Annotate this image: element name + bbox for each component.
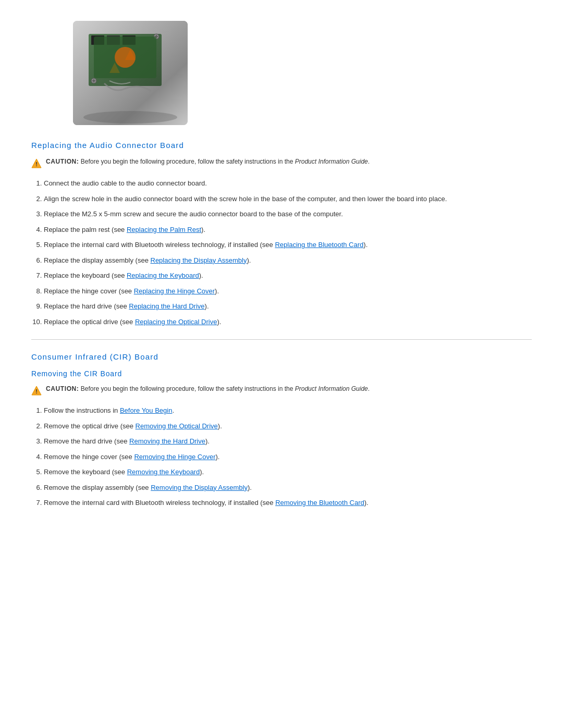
- link-removing-optical-drive[interactable]: Removing the Optical Drive: [136, 422, 218, 430]
- link-removing-display-assembly[interactable]: Removing the Display Assembly: [151, 484, 248, 491]
- replacing-step-4: Replace the palm rest (see Replacing the…: [44, 225, 532, 235]
- cir-step-7: Remove the internal card with Bluetooth …: [44, 498, 532, 508]
- replacing-step-3: Replace the M2.5 x 5-mm screw and secure…: [44, 209, 532, 219]
- replacing-steps-list: Connect the audio cable to the audio con…: [31, 178, 532, 327]
- section-divider: [31, 339, 532, 340]
- replacing-caution-text: CAUTION: Before you begin the following …: [46, 158, 370, 165]
- cir-step-5: Remove the keyboard (see Removing the Ke…: [44, 467, 532, 477]
- svg-text:!: !: [35, 388, 38, 394]
- cir-steps-list: Follow the instructions in Before You Be…: [31, 405, 532, 508]
- link-replacing-optical-drive[interactable]: Replacing the Optical Drive: [135, 318, 217, 326]
- replacing-step-6: Replace the display assembly (see Replac…: [44, 255, 532, 266]
- svg-rect-2: [89, 34, 162, 86]
- caution-label: CAUTION:: [46, 158, 79, 165]
- replacing-step-10: Replace the optical drive (see Replacing…: [44, 317, 532, 327]
- replacing-step-7: Replace the keyboard (see Replacing the …: [44, 270, 532, 281]
- replacing-step-1: Connect the audio cable to the audio con…: [44, 178, 532, 189]
- link-replacing-palm-rest[interactable]: Replacing the Palm Rest: [127, 226, 201, 233]
- cir-caution-box: ! CAUTION: Before you begin the followin…: [31, 385, 532, 396]
- link-removing-keyboard[interactable]: Removing the Keyboard: [127, 468, 200, 476]
- cir-step-2: Remove the optical drive (see Removing t…: [44, 421, 532, 431]
- cir-caution-label: CAUTION:: [46, 385, 79, 392]
- replacing-section: Replacing the Audio Connector Board ! CA…: [31, 141, 532, 327]
- removing-cir-heading: Removing the CIR Board: [31, 369, 532, 378]
- link-before-you-begin[interactable]: Before You Begin: [120, 406, 172, 414]
- cir-heading: Consumer Infrared (CIR) Board: [31, 352, 532, 361]
- replacing-step-5: Replace the internal card with Bluetooth…: [44, 240, 532, 250]
- cir-product-guide-ref: Product Information Guide: [295, 385, 368, 392]
- hardware-image-container: [31, 21, 532, 125]
- svg-text:!: !: [35, 161, 38, 167]
- cir-step-3: Remove the hard drive (see Removing the …: [44, 436, 532, 447]
- link-removing-hard-drive[interactable]: Removing the Hard Drive: [129, 437, 205, 445]
- cir-section: Consumer Infrared (CIR) Board Removing t…: [31, 352, 532, 508]
- replacing-caution-box: ! CAUTION: Before you begin the followin…: [31, 158, 532, 169]
- svg-point-1: [83, 111, 177, 124]
- svg-marker-7: [109, 63, 120, 73]
- replacing-heading: Replacing the Audio Connector Board: [31, 141, 532, 150]
- svg-rect-5: [123, 35, 136, 45]
- replacing-step-8: Replace the hinge cover (see Replacing t…: [44, 286, 532, 297]
- replacing-step-9: Replace the hard drive (see Replacing th…: [44, 301, 532, 312]
- svg-marker-6: [125, 50, 136, 60]
- product-guide-ref: Product Information Guide: [295, 158, 368, 165]
- link-replacing-display-assembly[interactable]: Replacing the Display Assembly: [151, 256, 247, 264]
- replacing-step-2: Align the screw hole in the audio connec…: [44, 194, 532, 204]
- cir-step-4: Remove the hinge cover (see Removing the…: [44, 452, 532, 462]
- cir-caution-text: CAUTION: Before you begin the following …: [46, 385, 370, 392]
- cir-step-6: Remove the display assembly (see Removin…: [44, 483, 532, 493]
- svg-rect-4: [107, 35, 120, 45]
- hardware-image: [73, 21, 188, 125]
- link-replacing-bluetooth-card[interactable]: Replacing the Bluetooth Card: [275, 241, 363, 249]
- link-removing-hinge-cover[interactable]: Removing the Hinge Cover: [134, 453, 215, 461]
- link-replacing-hinge-cover[interactable]: Replacing the Hinge Cover: [134, 287, 215, 295]
- link-removing-bluetooth-card[interactable]: Removing the Bluetooth Card: [275, 499, 364, 507]
- svg-rect-3: [91, 35, 104, 45]
- cir-step-1: Follow the instructions in Before You Be…: [44, 405, 532, 416]
- link-replacing-keyboard[interactable]: Replacing the Keyboard: [127, 272, 199, 279]
- caution-icon: !: [31, 158, 42, 169]
- cir-caution-icon: !: [31, 386, 42, 396]
- link-replacing-hard-drive[interactable]: Replacing the Hard Drive: [129, 302, 204, 310]
